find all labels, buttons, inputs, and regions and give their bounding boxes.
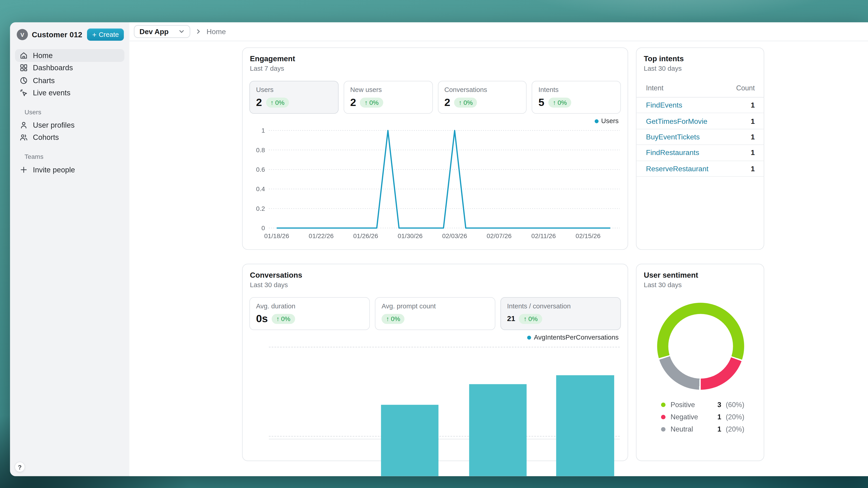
svg-text:0: 0: [261, 224, 265, 232]
sentiment-legend-row: Positive 3 (60%): [661, 400, 749, 409]
breadcrumb-separator: [195, 29, 202, 35]
table-row: FindRestaurants 1: [637, 145, 764, 161]
table-header: Intent Count: [637, 84, 764, 98]
intent-link[interactable]: FindEvents: [646, 101, 682, 109]
create-button[interactable]: +Create: [87, 29, 124, 41]
bar-chart-legend: AvgIntentsPerConversations: [527, 333, 618, 341]
svg-text:01/30/26: 01/30/26: [398, 232, 423, 239]
stat-card-users[interactable]: Users 2↑0%: [249, 81, 338, 114]
create-button-label: Create: [99, 31, 119, 39]
svg-text:0.4: 0.4: [256, 185, 265, 193]
arrow-up-icon: ↑: [270, 99, 274, 106]
pie-chart-icon: [20, 76, 28, 85]
main-area: Dev App Home Engagement Last 7 days: [129, 22, 868, 476]
top-intents-title: Top intents: [644, 55, 756, 63]
sidebar-item-user-profiles[interactable]: User profiles: [15, 119, 125, 131]
stat-card-avg-prompt-count[interactable]: Avg. prompt count ↑0%: [375, 297, 495, 330]
legend-dot-icon: [527, 335, 531, 339]
home-icon: [20, 51, 28, 59]
user-sentiment-card: User sentiment Last 30 days Positive 3 (…: [636, 264, 764, 461]
sentiment-title: User sentiment: [644, 271, 756, 279]
stat-card-conversations[interactable]: Conversations 2↑0%: [438, 81, 527, 114]
svg-text:01/18/26: 01/18/26: [264, 232, 289, 239]
chevron-right-icon: [195, 29, 202, 35]
sidebar-item-invite-people[interactable]: Invite people: [15, 163, 125, 176]
stat-card-new-users[interactable]: New users 2↑0%: [344, 81, 433, 114]
engagement-title: Engagement: [250, 55, 620, 63]
neutral-dot-icon: [661, 427, 665, 431]
top-intents-subtitle: Last 30 days: [644, 65, 756, 72]
arrow-up-icon: ↑: [553, 99, 556, 106]
conversations-card: Conversations Last 30 days Avg. duration…: [242, 264, 628, 461]
delta-badge: ↑0%: [454, 97, 477, 107]
users-line-chart: 00.20.40.60.8101/18/2601/22/2601/26/2601…: [243, 126, 629, 243]
svg-text:01/26/26: 01/26/26: [353, 232, 378, 239]
intent-link[interactable]: GetTimesForMovie: [646, 117, 708, 125]
plus-icon: [20, 165, 28, 174]
table-row: ReserveRestaurant 1: [637, 161, 764, 177]
sidebar-item-label: User profiles: [33, 121, 74, 129]
sidebar-item-dashboards[interactable]: Dashboards: [15, 62, 125, 74]
dashboards-icon: [20, 64, 28, 72]
sidebar-item-label: Charts: [33, 76, 55, 85]
sidebar-item-charts[interactable]: Charts: [15, 74, 125, 87]
app-selector[interactable]: Dev App: [134, 25, 190, 38]
arrow-up-icon: ↑: [364, 99, 368, 106]
svg-text:02/15/26: 02/15/26: [576, 232, 600, 239]
svg-text:0.6: 0.6: [256, 166, 265, 173]
dashboard-content: Engagement Last 7 days Users 2↑0% New us…: [129, 41, 868, 476]
sidebar-nav: Home Dashboards Charts Live events Users: [10, 49, 129, 176]
arrow-up-icon: ↑: [524, 315, 527, 322]
conversations-subtitle: Last 30 days: [250, 281, 620, 289]
sidebar-item-label: Home: [33, 51, 53, 59]
negative-dot-icon: [661, 415, 665, 419]
stat-card-intents[interactable]: Intents 5↑0%: [532, 81, 621, 114]
sidebar: V Customer 012 +Create Home Dashboards C…: [10, 22, 129, 476]
delta-badge: ↑0%: [519, 314, 542, 324]
workspace-name: Customer 012: [32, 30, 84, 39]
table-row: FindEvents 1: [637, 98, 764, 113]
sidebar-item-label: Live events: [33, 89, 70, 97]
stat-card-intents-per-conversation[interactable]: Intents / conversation 21↑0%: [500, 297, 621, 330]
sidebar-item-live-events[interactable]: Live events: [15, 87, 125, 99]
engagement-subtitle: Last 7 days: [250, 65, 620, 72]
sidebar-item-cohorts[interactable]: Cohorts: [15, 131, 125, 144]
engagement-stats: Users 2↑0% New users 2↑0% Conversations …: [249, 81, 621, 114]
workspace-header: V Customer 012 +Create: [10, 22, 129, 41]
table-row: BuyEventTickets 1: [637, 129, 764, 145]
sidebar-item-label: Dashboards: [33, 64, 73, 72]
svg-text:01/22/26: 01/22/26: [309, 232, 334, 239]
arrow-up-icon: ↑: [459, 99, 462, 106]
user-icon: [20, 121, 28, 129]
sentiment-donut-chart: [657, 303, 744, 390]
breadcrumb-home[interactable]: Home: [207, 27, 226, 36]
svg-text:1: 1: [261, 127, 265, 134]
users-group-icon: [20, 133, 28, 142]
svg-text:0.2: 0.2: [256, 205, 265, 212]
sentiment-subtitle: Last 30 days: [644, 281, 756, 289]
intent-link[interactable]: BuyEventTickets: [646, 133, 700, 141]
sidebar-item-label: Invite people: [33, 165, 75, 174]
top-intents-card: Top intents Last 30 days Intent Count Fi…: [636, 47, 764, 250]
chevron-down-icon: [179, 29, 185, 35]
intent-link[interactable]: FindRestaurants: [646, 149, 699, 157]
sentiment-legend-row: Neutral 1 (20%): [661, 425, 749, 434]
sidebar-item-home[interactable]: Home: [15, 49, 125, 62]
topbar: Dev App Home: [129, 22, 868, 41]
positive-dot-icon: [661, 402, 665, 407]
arrow-up-icon: ↑: [386, 315, 389, 322]
cursor-click-icon: [20, 89, 28, 97]
plus-icon: +: [92, 31, 96, 38]
delta-badge: ↑0%: [266, 97, 289, 107]
donut-hole: [669, 314, 733, 379]
help-button[interactable]: ?: [14, 462, 25, 472]
conversations-title: Conversations: [250, 271, 620, 279]
sidebar-section-users: Users: [15, 109, 125, 116]
stat-card-avg-duration[interactable]: Avg. duration 0s↑0%: [249, 297, 370, 330]
app-selector-value: Dev App: [140, 27, 168, 36]
delta-badge: ↑0%: [272, 314, 295, 324]
intent-link[interactable]: ReserveRestaurant: [646, 164, 708, 173]
table-row: GetTimesForMovie 1: [637, 113, 764, 129]
bar: [381, 404, 438, 476]
conversations-stats: Avg. duration 0s↑0% Avg. prompt count ↑0…: [249, 297, 621, 330]
